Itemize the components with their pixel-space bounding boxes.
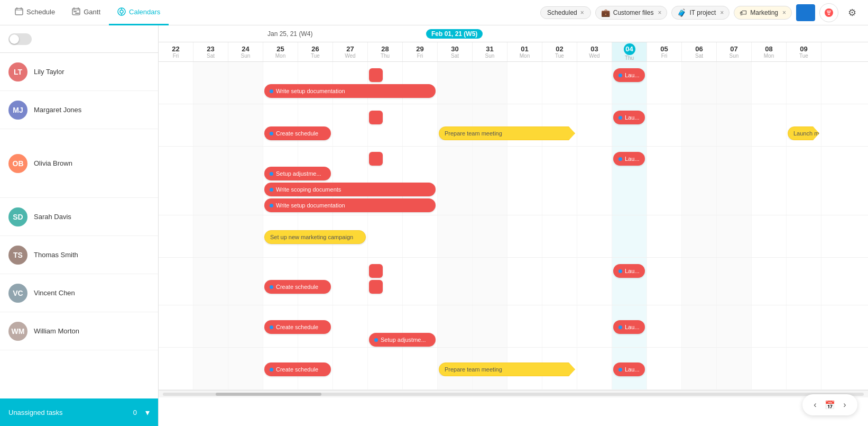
task-bar-thomas[interactable]: Lau...	[613, 264, 645, 278]
grid-cell-margaret-07	[717, 104, 752, 146]
task-bar-lily[interactable]	[369, 68, 383, 82]
task-bar-thomas[interactable]	[369, 264, 383, 278]
top-nav: Schedule Gantt Calendars Scheduled × 💼 C…	[0, 0, 868, 25]
task-dot	[618, 325, 622, 329]
task-bar-william[interactable]: Prepare team meeting	[439, 362, 575, 376]
it-chip[interactable]: 🧳 IT project ×	[671, 6, 730, 20]
task-bar-thomas[interactable]	[369, 280, 383, 294]
task-bar-olivia[interactable]: Write setup documentation	[264, 198, 436, 212]
day-header-29: 29Fri	[403, 42, 438, 61]
day-name-27: Wed	[345, 53, 355, 59]
marketing-chip[interactable]: 🏷 Marketing ×	[734, 6, 792, 20]
tab-calendars[interactable]: Calendars	[109, 0, 169, 25]
task-bar-olivia[interactable]: Write scoping documents	[264, 183, 436, 196]
grid-cell-thomas-07	[717, 258, 752, 305]
svg-rect-9	[75, 13, 79, 14]
task-bar-sarah[interactable]: Set up new marketing campaign	[264, 230, 366, 244]
task-bar-olivia[interactable]	[369, 152, 383, 166]
avatar-sarah: SD	[8, 207, 27, 226]
person-row-sarah[interactable]: SD Sarah Davis	[0, 198, 158, 236]
scrollbar-track	[163, 393, 864, 396]
task-bar-olivia[interactable]: Lau...	[613, 152, 645, 166]
day-name-05: Fri	[661, 53, 668, 59]
top-nav-right: Scheduled × 💼 Customer files × 🧳 IT proj…	[540, 3, 862, 22]
day-num-02: 02	[556, 45, 563, 53]
avatar-margaret: MJ	[8, 101, 27, 120]
task-bar-lily[interactable]: Lau...	[613, 68, 645, 82]
task-bar-margaret[interactable]: Lau...	[613, 111, 645, 124]
week-w4-label: Jan 25, 21 (W4)	[267, 30, 312, 38]
person-row-margaret[interactable]: MJ Margaret Jones	[0, 91, 158, 129]
it-icon: 🧳	[677, 8, 686, 17]
cal-next-button[interactable]: ›	[837, 397, 852, 412]
grid-cell-lily-01	[507, 62, 542, 104]
grid-cell-thomas-02	[542, 258, 577, 305]
week-labels-row: Jan 25, 21 (W4) Feb 01, 21 (W5)	[159, 25, 868, 42]
task-bar-william[interactable]: Create schedule	[264, 362, 331, 376]
day-header-05: 05Fri	[647, 42, 682, 61]
grid-cell-vincent-31	[473, 305, 507, 347]
scrollbar-area[interactable]	[159, 390, 868, 397]
task-label: Create schedule	[276, 130, 318, 137]
task-bar-vincent[interactable]: Setup adjustme...	[369, 333, 436, 347]
grid-cell-sarah-22	[159, 215, 193, 257]
it-close[interactable]: ×	[720, 9, 724, 16]
customer-close[interactable]: ×	[658, 9, 661, 16]
toggle-switch[interactable]	[8, 33, 32, 45]
task-bar-margaret[interactable]: Prepare team meeting	[439, 126, 575, 140]
cal-prev-button[interactable]: ‹	[808, 397, 823, 412]
scheduled-close[interactable]: ×	[580, 9, 584, 16]
day-name-06: Sat	[695, 53, 703, 59]
scrollbar-thumb[interactable]	[216, 393, 321, 396]
grid-cell-lily-05	[647, 62, 682, 104]
grid-cell-thomas-22	[159, 258, 193, 305]
day-num-09: 09	[800, 45, 807, 53]
task-bar-margaret[interactable]: Launch marke...	[788, 126, 819, 140]
grid-cell-lily-08	[752, 62, 787, 104]
day-header-27: 27Wed	[333, 42, 368, 61]
day-header-04: 04Thu	[612, 42, 647, 61]
grid-cell-margaret-29	[403, 104, 438, 146]
day-name-07: Sun	[730, 53, 739, 59]
day-name-08: Mon	[764, 53, 774, 59]
tab-gantt[interactable]: Gantt	[63, 0, 109, 25]
scheduled-chip[interactable]: Scheduled ×	[540, 6, 591, 19]
task-dot	[618, 116, 622, 120]
customer-chip[interactable]: 💼 Customer files ×	[595, 6, 668, 20]
person-row-lily[interactable]: LT Lily Taylor	[0, 53, 158, 91]
task-bar-olivia[interactable]: Setup adjustme...	[264, 167, 331, 180]
add-filter-button[interactable]	[796, 4, 815, 21]
person-row-vincent[interactable]: VC Vincent Chen	[0, 274, 158, 312]
grid-cell-sarah-07	[717, 215, 752, 257]
settings-button[interactable]: ⚙	[843, 3, 862, 22]
task-bar-william[interactable]: Lau...	[613, 362, 645, 376]
grid-cell-sarah-06	[682, 215, 717, 257]
day-header-06: 06Sat	[682, 42, 717, 61]
calendar-nav: ‹ 📅 ›	[802, 394, 857, 415]
tab-schedule[interactable]: Schedule	[6, 0, 63, 25]
grid-cell-vincent-30	[438, 305, 473, 347]
person-row-william[interactable]: WM William Morton	[0, 312, 158, 350]
grid-row-margaret: Create schedulePrepare team meetingLau..…	[159, 104, 868, 147]
filter-button[interactable]	[819, 3, 838, 22]
person-row-thomas[interactable]: TS Thomas Smith	[0, 236, 158, 274]
task-bar-lily[interactable]: Write setup documentation	[264, 84, 436, 98]
task-bar-vincent[interactable]: Lau...	[613, 320, 645, 334]
day-header-22: 22Fri	[159, 42, 193, 61]
grid-cell-lily-31	[473, 62, 507, 104]
grid-cell-margaret-03	[577, 104, 612, 146]
day-num-29: 29	[416, 45, 423, 53]
person-row-olivia[interactable]: OB Olivia Brown	[0, 129, 158, 198]
grid-cell-vincent-03	[577, 305, 612, 347]
grid-cell-vincent-24	[228, 305, 263, 347]
task-bar-thomas[interactable]: Create schedule	[264, 280, 331, 294]
unassigned-row[interactable]: Unassigned tasks 0 ▾	[0, 398, 158, 426]
task-bar-margaret[interactable]: Create schedule	[264, 126, 331, 140]
marketing-close[interactable]: ×	[782, 9, 786, 16]
svg-rect-8	[73, 11, 77, 12]
day-name-04: Thu	[625, 55, 634, 61]
task-bar-vincent[interactable]: Create schedule	[264, 320, 331, 334]
task-bar-margaret[interactable]	[369, 111, 383, 124]
grid-cell-william-07	[717, 348, 752, 389]
grid-cell-thomas-08	[752, 258, 787, 305]
